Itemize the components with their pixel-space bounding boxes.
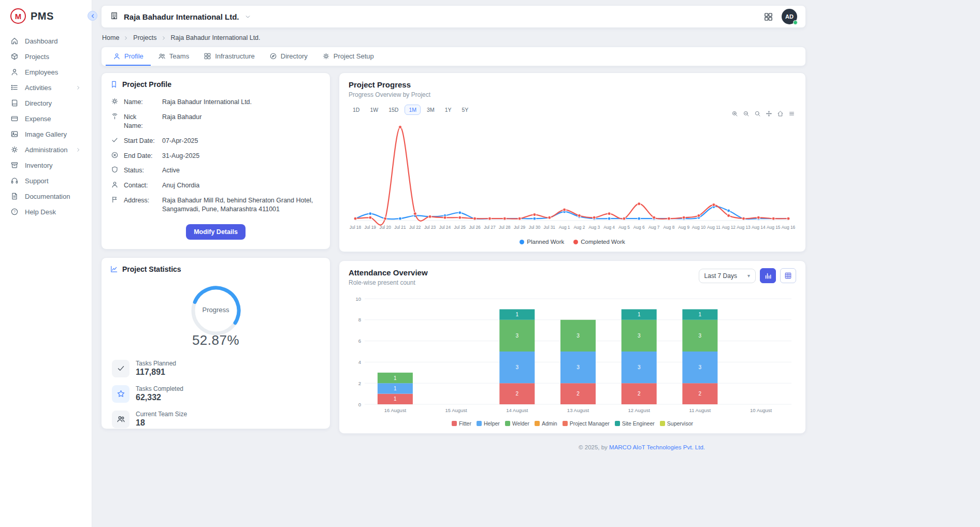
svg-text:4: 4 <box>358 359 361 365</box>
range-button-1m[interactable]: 1M <box>405 105 421 115</box>
progress-line-chart[interactable]: Jul 18Jul 19Jul 20Jul 21Jul 22Jul 23Jul … <box>349 115 796 235</box>
sidebar-item-expense[interactable]: Expense <box>0 111 92 126</box>
box-icon <box>10 52 19 61</box>
legend-item-admin[interactable]: Admin <box>535 420 557 427</box>
chevron-down-icon <box>244 13 251 20</box>
app-logo[interactable]: M PMS <box>0 6 92 33</box>
stats-card-title-text: Project Statistics <box>122 265 181 273</box>
grid4-icon <box>763 12 773 22</box>
toolbar-pan-button[interactable] <box>766 110 772 117</box>
sidebar-item-label: Activities <box>25 84 69 92</box>
legend-item-supervisor[interactable]: Supervisor <box>660 420 693 427</box>
legend-item-site-engineer[interactable]: Site Engineer <box>615 420 655 427</box>
progress-card-title: Project Progress <box>349 80 796 89</box>
svg-text:11 August: 11 August <box>689 407 711 413</box>
users-icon <box>158 52 166 60</box>
apps-grid-button[interactable] <box>763 12 773 22</box>
svg-text:Aug 16: Aug 16 <box>782 225 796 230</box>
legend-item-welder[interactable]: Welder <box>505 420 529 427</box>
tab-directory[interactable]: Directory <box>262 47 315 66</box>
sidebar-item-activities[interactable]: Activities <box>0 80 92 95</box>
svg-text:Jul 24: Jul 24 <box>439 225 451 230</box>
progress-gauge: Progress <box>189 284 243 340</box>
svg-text:Aug 7: Aug 7 <box>648 225 660 230</box>
legend-item-helper[interactable]: Helper <box>477 420 500 427</box>
content-row: Project Profile Name:Raja Bahadur Intern… <box>101 72 806 456</box>
chevron-down-icon: ▾ <box>747 273 750 279</box>
svg-text:3: 3 <box>638 364 641 370</box>
sidebar-item-directory[interactable]: Directory <box>0 95 92 111</box>
signal-icon <box>111 112 119 120</box>
attendance-bar-chart[interactable]: 024681016 August11115 August14 August233… <box>349 294 796 417</box>
modify-details-button[interactable]: Modify Details <box>186 224 246 240</box>
compass-icon <box>269 52 277 60</box>
sidebar-item-projects[interactable]: Projects <box>0 49 92 64</box>
tab-project-setup[interactable]: Project Setup <box>315 47 381 66</box>
svg-text:Aug 10: Aug 10 <box>692 225 706 230</box>
breadcrumb-item-raja-bahadur-international-ltd: Raja Bahadur International Ltd. <box>171 34 261 41</box>
legend-item-fitter[interactable]: Fitter <box>452 420 471 427</box>
svg-text:1: 1 <box>516 312 519 317</box>
sidebar-item-documentation[interactable]: Documentation <box>0 188 92 204</box>
users-icon <box>117 415 125 423</box>
stat-value: 117,891 <box>136 368 176 377</box>
toolbar-magnifier-button[interactable] <box>754 110 761 117</box>
breadcrumb-item-home[interactable]: Home <box>102 34 119 41</box>
footer-link[interactable]: MARCO AIoT Technologies Pvt. Ltd. <box>609 444 705 450</box>
range-button-15d[interactable]: 15D <box>384 105 402 115</box>
sidebar-item-employees[interactable]: Employees <box>0 64 92 80</box>
tab-teams[interactable]: Teams <box>151 47 196 66</box>
profile-field-nick-name: Nick Name:Raja Bahadur <box>110 110 322 134</box>
toolbar-home2-button[interactable] <box>777 110 784 117</box>
sidebar-item-dashboard[interactable]: Dashboard <box>0 33 92 49</box>
svg-text:Jul 25: Jul 25 <box>454 225 466 230</box>
svg-text:3: 3 <box>516 333 519 339</box>
legend-item-project-manager[interactable]: Project Manager <box>563 420 610 427</box>
range-button-1y[interactable]: 1Y <box>441 105 456 115</box>
sidebar-item-label: Dashboard <box>25 37 81 45</box>
sidebar-item-inventory[interactable]: Inventory <box>0 157 92 173</box>
gear-icon <box>10 145 19 154</box>
gear-icon <box>111 97 119 105</box>
sidebar-item-support[interactable]: Support <box>0 173 92 188</box>
avatar-initials: AD <box>785 13 794 20</box>
breadcrumb-item-projects[interactable]: Projects <box>133 34 156 41</box>
tab-infrastructure[interactable]: Infrastructure <box>196 47 262 66</box>
table-view-toggle[interactable] <box>780 268 796 283</box>
profile-field-name: Name:Raja Bahadur International Ltd. <box>110 95 322 110</box>
toolbar-zoom-out-button[interactable] <box>743 110 750 117</box>
profile-card-title: Project Profile <box>110 80 322 89</box>
sidebar-item-administration[interactable]: Administration <box>0 142 92 157</box>
field-label: Start Date: <box>124 137 157 145</box>
sidebar-item-image-gallery[interactable]: Image Gallery <box>0 126 92 142</box>
range-button-5y[interactable]: 5Y <box>457 105 472 115</box>
sidebar-collapse-button[interactable] <box>88 11 97 21</box>
topbar-right: AD <box>763 9 797 24</box>
user-avatar[interactable]: AD <box>782 9 797 24</box>
svg-text:Jul 21: Jul 21 <box>394 225 406 230</box>
legend-item-completed-work[interactable]: Completed Work <box>573 239 625 245</box>
svg-text:1: 1 <box>638 312 641 317</box>
svg-text:3: 3 <box>577 333 580 339</box>
svg-text:8: 8 <box>358 317 361 323</box>
bar-view-toggle[interactable] <box>760 268 776 283</box>
range-button-3m[interactable]: 3M <box>423 105 439 115</box>
svg-text:1: 1 <box>699 312 702 317</box>
sidebar-item-help-desk[interactable]: ?Help Desk <box>0 204 92 219</box>
stat-label: Current Team Size <box>136 411 187 418</box>
toolbar-zoom-in-button[interactable] <box>731 110 738 117</box>
logo-text: PMS <box>31 10 54 22</box>
range-button-1w[interactable]: 1W <box>366 105 382 115</box>
svg-text:Jul 19: Jul 19 <box>365 225 377 230</box>
svg-text:2: 2 <box>577 391 580 397</box>
range-button-1d[interactable]: 1D <box>349 105 364 115</box>
right-column: Project Progress Progress Overview by Pr… <box>339 72 806 456</box>
tab-profile[interactable]: Profile <box>106 47 151 66</box>
sidebar-item-label: Administration <box>25 146 69 154</box>
toolbar-menu-button[interactable] <box>788 110 795 117</box>
date-range-select[interactable]: Last 7 Days ▾ <box>699 269 756 283</box>
company-selector[interactable]: Raja Bahadur International Ltd. <box>110 11 251 22</box>
svg-text:Aug 5: Aug 5 <box>618 225 630 230</box>
legend-item-planned-work[interactable]: Planned Work <box>520 239 564 245</box>
sidebar-item-label: Expense <box>25 115 81 123</box>
